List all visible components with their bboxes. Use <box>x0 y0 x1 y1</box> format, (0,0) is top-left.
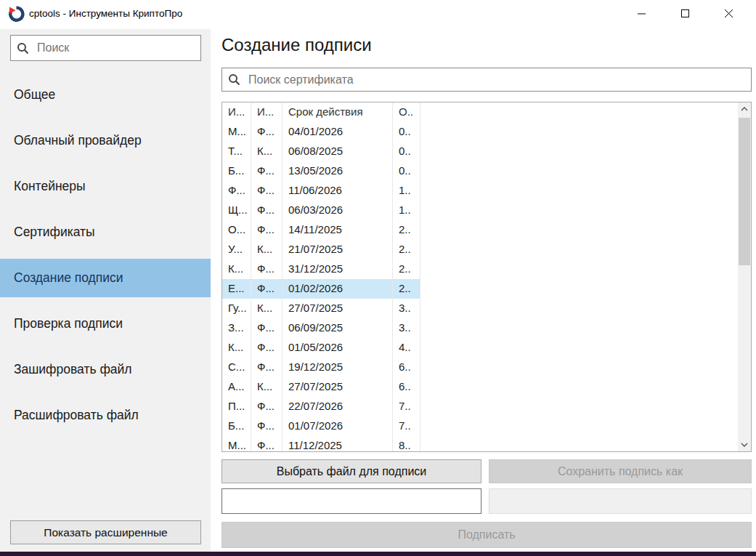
sidebar-item-containers[interactable]: Контейнеры <box>0 167 211 206</box>
table-cell: К... <box>222 338 251 358</box>
table-cell: 1.. <box>393 181 420 201</box>
scroll-down-button[interactable] <box>738 438 751 451</box>
certificate-search-input[interactable] <box>247 73 745 87</box>
certificate-search-box <box>221 68 752 92</box>
vertical-scrollbar[interactable] <box>738 102 751 451</box>
signature-path-output[interactable] <box>489 488 752 514</box>
minimize-button[interactable] <box>619 0 663 26</box>
table-cell: Е... <box>222 279 251 299</box>
table-row[interactable]: Т...К...06/08/20250.. <box>222 142 420 161</box>
sidebar-item-general[interactable]: Общее <box>0 76 211 114</box>
table-cell: Ф... <box>251 358 283 377</box>
scroll-up-button[interactable] <box>738 102 751 116</box>
table-cell: Ф... <box>222 181 251 201</box>
column-header[interactable]: И... <box>251 102 283 122</box>
sidebar-item-verify-signature[interactable]: Проверка подписи <box>0 305 211 343</box>
table-cell: К... <box>251 142 283 161</box>
file-path-input[interactable] <box>221 488 481 514</box>
table-cell: С... <box>222 358 251 377</box>
table-cell: 11/12/2025 <box>283 436 393 452</box>
table-cell: Ф... <box>251 318 283 338</box>
table-row[interactable]: С...Ф...19/12/20256.. <box>222 358 420 377</box>
table-row[interactable]: Щ...Ф...06/03/20261.. <box>222 201 420 220</box>
search-icon <box>17 42 29 55</box>
table-cell: 27/07/2025 <box>283 299 393 318</box>
table-cell: Ф... <box>251 416 283 436</box>
window-bottom-edge <box>0 552 756 556</box>
table-cell: Ф... <box>251 122 283 142</box>
table-row[interactable]: Б...Ф...13/05/20260.. <box>222 161 420 181</box>
choose-file-button[interactable]: Выбрать файл для подписи <box>221 459 481 483</box>
scrollbar-thumb[interactable] <box>739 118 750 265</box>
table-cell: 06/09/2025 <box>283 318 393 338</box>
table-cell: З... <box>222 318 251 338</box>
table-cell: 7.. <box>393 397 420 416</box>
table-row[interactable]: З...Ф...06/09/20253.. <box>222 318 420 338</box>
table-row[interactable]: Гу...К...27/07/20253.. <box>222 299 420 318</box>
table-row[interactable]: О...Ф...14/11/20252.. <box>222 220 420 240</box>
table-cell: 1.. <box>393 201 420 220</box>
table-row[interactable]: Е...Ф...01/02/20262.. <box>222 279 420 299</box>
sidebar-item-encrypt-file[interactable]: Зашифровать файл <box>0 350 211 389</box>
sign-button[interactable]: Подписать <box>221 522 752 548</box>
sidebar-item-cloud-provider[interactable]: Облачный провайдер <box>0 121 211 160</box>
table-row[interactable]: К...Ф...31/12/20252.. <box>222 259 420 279</box>
table-cell: Т... <box>222 142 251 161</box>
table-row[interactable]: К...Ф...01/05/20264.. <box>222 338 420 358</box>
table-row[interactable]: П...Ф...22/07/20267.. <box>222 397 420 416</box>
cryptopro-logo-icon <box>7 5 25 23</box>
table-row[interactable]: А...К...27/07/20256.. <box>222 377 420 397</box>
table-cell: 2.. <box>393 279 420 299</box>
table-row[interactable]: Ф...Ф...11/06/20261.. <box>222 181 420 201</box>
table-cell: Б... <box>222 161 251 181</box>
table-cell: 2.. <box>393 220 420 240</box>
show-advanced-button[interactable]: Показать расширенные <box>10 520 201 544</box>
table-cell: Ф... <box>251 161 283 181</box>
table-cell: Ф... <box>251 338 283 358</box>
table-cell: Ф... <box>251 201 283 220</box>
column-header[interactable]: Срок действия <box>283 102 393 122</box>
table-cell: 2.. <box>393 259 420 279</box>
sidebar-search-box <box>10 35 201 61</box>
table-row[interactable]: М...Ф...11/12/20258.. <box>222 436 420 452</box>
search-icon <box>228 73 240 86</box>
table-cell: Ф... <box>251 259 283 279</box>
save-signature-as-button[interactable]: Сохранить подпись как <box>489 459 752 483</box>
table-cell: 6.. <box>393 377 420 397</box>
sidebar-item-create-signature[interactable]: Создание подписи <box>0 259 211 297</box>
sidebar-item-certificates[interactable]: Сертификаты <box>0 213 211 251</box>
page-title: Создание подписи <box>221 35 372 55</box>
sidebar-item-decrypt-file[interactable]: Расшифровать файл <box>0 396 211 435</box>
sidebar-search-input[interactable] <box>36 41 195 55</box>
sidebar-nav: ОбщееОблачный провайдерКонтейнерыСертифи… <box>0 76 211 442</box>
maximize-button[interactable] <box>663 0 707 26</box>
main-panel: Создание подписи И...И...Срок действияО.… <box>211 29 756 552</box>
table-cell: 21/07/2025 <box>283 240 393 259</box>
table-row[interactable]: Б...Ф...01/07/20267.. <box>222 416 420 436</box>
table-cell: Щ... <box>222 201 251 220</box>
table-cell: П... <box>222 397 251 416</box>
table-row[interactable]: М...Ф...04/01/20260.. <box>222 122 420 142</box>
table-cell: 6.. <box>393 358 420 377</box>
table-cell: Гу... <box>222 299 251 318</box>
table-row[interactable]: У...К...21/07/20252.. <box>222 240 420 259</box>
table-cell: 11/06/2026 <box>283 181 393 201</box>
table-cell: 0.. <box>393 122 420 142</box>
column-header[interactable]: О.. <box>393 102 420 122</box>
column-header[interactable]: И... <box>222 102 251 122</box>
table-cell: 31/12/2025 <box>283 259 393 279</box>
table-cell: 0.. <box>393 161 420 181</box>
table-cell: 14/11/2025 <box>283 220 393 240</box>
table-cell: Ф... <box>251 436 283 452</box>
window-title: cptools - Инструменты КриптоПро <box>29 8 182 19</box>
table-cell: 3.. <box>393 299 420 318</box>
table-cell: 06/03/2026 <box>283 201 393 220</box>
table-cell: 01/07/2026 <box>283 416 393 436</box>
close-button[interactable] <box>707 0 750 26</box>
table-cell: 06/08/2025 <box>283 142 393 161</box>
table-cell: А... <box>222 377 251 397</box>
table-cell: 8.. <box>393 436 420 452</box>
table-cell: 3.. <box>393 318 420 338</box>
sidebar: ОбщееОблачный провайдерКонтейнерыСертифи… <box>0 29 211 552</box>
table-cell: К... <box>251 377 283 397</box>
